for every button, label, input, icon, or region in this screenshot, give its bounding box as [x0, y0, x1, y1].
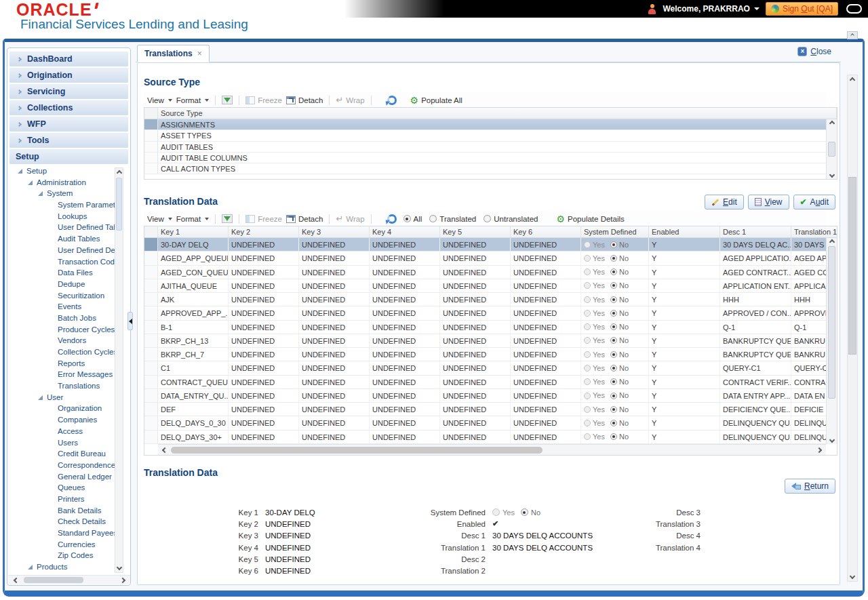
tree-item-check-details[interactable]: Check Details — [8, 516, 121, 527]
tree-item-bank-details[interactable]: Bank Details — [8, 505, 121, 517]
scroll-right-icon[interactable] — [816, 447, 822, 452]
translation-row-c1[interactable]: C1UNDEFINEDUNDEFINEDUNDEFINEDUNDEFINEDUN… — [144, 361, 826, 375]
sidebar-item-setup[interactable]: Setup — [9, 148, 129, 165]
sidebar-item-tools[interactable]: Tools — [9, 132, 129, 148]
radio-no-icon[interactable] — [610, 241, 617, 248]
radio-no-icon[interactable] — [610, 420, 617, 426]
radio-no-icon[interactable] — [610, 365, 617, 372]
tree-item-securitization[interactable]: Securitization — [8, 290, 121, 302]
translation-v-scrollbar[interactable] — [826, 238, 837, 444]
tree-item-collection-cycles[interactable]: Collection Cycles — [8, 346, 121, 358]
tree-item-printers[interactable]: Printers — [8, 494, 121, 505]
radio-yes-icon[interactable] — [584, 365, 591, 372]
wrap-button[interactable]: ↵Wrap — [336, 96, 364, 104]
radio-untranslated[interactable] — [484, 215, 491, 222]
tree-item-lookups[interactable]: Lookups — [8, 211, 121, 222]
welcome-menu[interactable]: Welcome, PRAKRRAO — [663, 4, 759, 14]
detach-button[interactable]: Detach — [286, 215, 323, 223]
source-type-row-audit-table-columns[interactable]: AUDIT TABLE COLUMNS — [144, 153, 826, 163]
scrollbar-thumb[interactable] — [116, 178, 122, 231]
source-table-scrollbar[interactable] — [826, 119, 837, 179]
refresh-icon[interactable] — [387, 214, 397, 224]
radio-all[interactable] — [403, 215, 411, 222]
source-type-row-asset-types[interactable]: ASSET TYPES — [144, 130, 826, 141]
radio-no-icon[interactable] — [610, 337, 617, 344]
tree-item-general-ledger[interactable]: General Ledger — [8, 471, 121, 483]
view-menu[interactable]: View — [147, 96, 172, 104]
radio-no-icon[interactable] — [610, 282, 617, 289]
tree-item-setup[interactable]: Setup — [8, 165, 121, 177]
radio-yes-icon[interactable] — [584, 255, 591, 262]
radio-no-icon[interactable] — [610, 310, 617, 317]
refresh-icon[interactable] — [387, 96, 397, 105]
source-type-row-call-action-types[interactable]: CALL ACTION TYPES — [144, 163, 826, 174]
radio-yes-icon[interactable] — [584, 433, 591, 440]
tree-item-companies[interactable]: Companies — [8, 414, 121, 426]
radio-yes-icon[interactable] — [584, 323, 591, 330]
freeze-button[interactable]: Freeze — [245, 215, 282, 223]
translation-row-ajk[interactable]: AJKUNDEFINEDUNDEFINEDUNDEFINEDUNDEFINEDU… — [144, 293, 826, 306]
translation-row-30-day-delq[interactable]: 30-DAY DELQUNDEFINEDUNDEFINEDUNDEFINEDUN… — [144, 238, 826, 252]
tree-item-user[interactable]: User — [8, 392, 121, 403]
radio-yes-icon[interactable] — [584, 282, 591, 289]
enabled-checkbox[interactable]: ✔ — [492, 520, 498, 527]
radio-no[interactable] — [521, 508, 528, 516]
sidebar-item-servicing[interactable]: Servicing — [9, 83, 129, 100]
tree-item-currencies[interactable]: Currencies — [8, 539, 121, 551]
format-menu[interactable]: Format — [176, 96, 209, 104]
radio-yes-icon[interactable] — [584, 337, 591, 344]
wrap-button[interactable]: ↵Wrap — [336, 214, 364, 223]
scrollbar-thumb[interactable] — [171, 447, 542, 454]
scrollbar-thumb[interactable] — [848, 177, 856, 355]
scrollbar-thumb[interactable] — [828, 246, 835, 399]
tree-item-organization[interactable]: Organization — [8, 403, 121, 414]
scroll-up-icon[interactable] — [829, 121, 834, 126]
view-button[interactable]: View — [748, 195, 789, 209]
radio-yes-icon[interactable] — [584, 268, 591, 275]
sidebar-item-dashboard[interactable]: DashBoard — [9, 51, 129, 67]
tree-item-products[interactable]: Products — [8, 561, 121, 573]
populate-details-button[interactable]: ⚙Populate Details — [556, 214, 624, 224]
tab-translations[interactable]: Translations × — [137, 45, 210, 62]
tree-item-system[interactable]: System — [8, 188, 121, 199]
translation-row-aged-app-queue[interactable]: AGED_APP_QUEUEUNDEFINEDUNDEFINEDUNDEFINE… — [144, 252, 826, 265]
sidebar-item-origination[interactable]: Origination — [9, 67, 129, 83]
tree-item-user-defined-tables[interactable]: User Defined Tables — [8, 222, 121, 233]
radio-no-icon[interactable] — [610, 393, 617, 399]
radio-no-icon[interactable] — [610, 406, 617, 413]
tree-item-audit-tables[interactable]: Audit Tables — [8, 233, 121, 245]
tree-item-access[interactable]: Access — [8, 426, 121, 437]
sidebar-collapse-handle[interactable] — [127, 312, 133, 330]
translation-row-approved-app[interactable]: APPROVED_APP_...UNDEFINEDUNDEFINEDUNDEFI… — [144, 306, 826, 320]
translation-row-contract-queue[interactable]: CONTRACT_QUEUEUNDEFINEDUNDEFINEDUNDEFINE… — [144, 376, 826, 389]
page-scrollbar[interactable] — [847, 75, 858, 582]
sign-out-button[interactable]: Sign Out [QA] — [766, 2, 838, 16]
tree-item-transaction-codes[interactable]: Transaction Codes — [8, 256, 121, 268]
format-menu[interactable]: Format — [176, 215, 209, 223]
tree-item-batch-jobs[interactable]: Batch Jobs — [8, 313, 121, 324]
populate-all-button[interactable]: ⚙Populate All — [410, 96, 462, 105]
radio-yes-icon[interactable] — [584, 351, 591, 358]
power-icon[interactable] — [846, 4, 862, 14]
radio-no-icon[interactable] — [610, 268, 617, 275]
translation-row-data-entry-qu[interactable]: DATA_ENTRY_QU...UNDEFINEDUNDEFINEDUNDEFI… — [144, 389, 826, 403]
scrollbar-thumb[interactable] — [24, 577, 83, 583]
view-menu[interactable]: View — [147, 215, 172, 223]
translation-row-b-1[interactable]: B-1UNDEFINEDUNDEFINEDUNDEFINEDUNDEFINEDU… — [144, 321, 826, 334]
translation-row-ajitha-queue[interactable]: AJITHA_QUEUEUNDEFINEDUNDEFINEDUNDEFINEDU… — [144, 279, 826, 293]
translation-row-delq-days-0-30[interactable]: DELQ_DAYS_0_30UNDEFINEDUNDEFINEDUNDEFINE… — [144, 416, 826, 430]
tree-item-zip-codes[interactable]: Zip Codes — [8, 550, 121, 561]
return-button[interactable]: Return — [785, 479, 835, 494]
radio-yes-icon[interactable] — [584, 378, 591, 385]
edit-button[interactable]: Edit — [705, 195, 744, 209]
radio-yes[interactable] — [492, 508, 500, 516]
tree-item-user-defined-defaults[interactable]: User Defined Defaults — [8, 245, 121, 256]
translation-row-def[interactable]: DEFUNDEFINEDUNDEFINEDUNDEFINEDUNDEFINEDU… — [144, 403, 826, 416]
query-by-example-icon[interactable] — [222, 96, 233, 104]
source-type-row-audit-tables[interactable]: AUDIT TABLES — [144, 142, 826, 153]
radio-no-icon[interactable] — [610, 351, 617, 358]
translation-row-bkrp-ch-13[interactable]: BKRP_CH_13UNDEFINEDUNDEFINEDUNDEFINEDUND… — [144, 334, 826, 348]
radio-yes-icon[interactable] — [584, 310, 591, 317]
translation-row-aged-con-queue[interactable]: AGED_CON_QUEUEUNDEFINEDUNDEFINEDUNDEFINE… — [144, 266, 826, 279]
translation-row-delq-days-30[interactable]: DELQ_DAYS_30+UNDEFINEDUNDEFINEDUNDEFINED… — [144, 431, 826, 444]
